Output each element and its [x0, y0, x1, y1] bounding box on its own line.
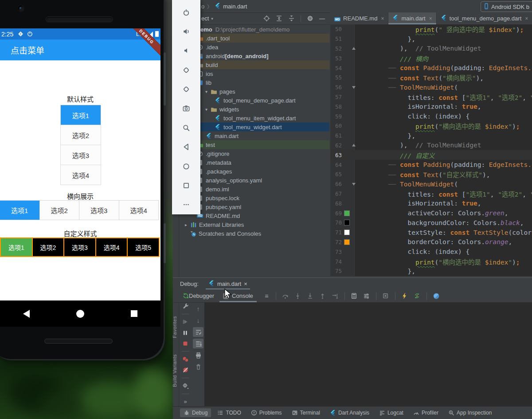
- tree-item[interactable]: lib: [179, 78, 329, 87]
- softwrap-button[interactable]: [193, 327, 203, 337]
- stepinto-button[interactable]: [293, 291, 303, 301]
- code-line[interactable]: 71 textStyle: const TextStyle(color: C: [330, 228, 532, 237]
- hotrestart-button[interactable]: [412, 291, 422, 301]
- tree-item[interactable]: MDREADME.md: [179, 211, 329, 220]
- line-number[interactable]: 70: [330, 219, 342, 226]
- tree-item[interactable]: build: [179, 60, 329, 69]
- menu-item-1[interactable]: 选项1: [0, 201, 40, 220]
- breadcrumb-file[interactable]: main.dart: [223, 3, 247, 10]
- overview-button[interactable]: [177, 176, 195, 195]
- line-number[interactable]: 58: [330, 103, 342, 110]
- scrollend-button[interactable]: [193, 339, 203, 348]
- line-number[interactable]: 50: [330, 26, 342, 32]
- line-number[interactable]: 74: [330, 258, 342, 265]
- code-line[interactable]: 53 /// 横向: [330, 53, 532, 63]
- camera-button[interactable]: [177, 99, 195, 118]
- fold-marker-icon[interactable]: [350, 144, 357, 146]
- fold-marker-icon[interactable]: [350, 86, 357, 89]
- collapseall-icon[interactable]: [276, 15, 282, 22]
- forcestep-button[interactable]: [305, 291, 316, 301]
- line-number[interactable]: 56: [330, 84, 342, 91]
- bolt-button[interactable]: [399, 291, 410, 301]
- close-icon[interactable]: ×: [429, 16, 432, 22]
- line-number[interactable]: 59: [330, 113, 342, 120]
- code-line[interactable]: 68 isHorizontal: true,: [330, 198, 532, 208]
- tree-item[interactable]: ▾pages: [179, 87, 329, 96]
- locate-icon[interactable]: [263, 15, 270, 22]
- line-number[interactable]: 73: [330, 249, 342, 255]
- tree-item[interactable]: analysis_options.yaml: [179, 176, 329, 185]
- devtools-button[interactable]: [431, 291, 442, 301]
- close-icon[interactable]: ×: [244, 281, 247, 287]
- code-line[interactable]: 66 ── ToolMenuWidget(: [330, 179, 532, 189]
- volume-down-button[interactable]: [177, 41, 195, 60]
- rotate-right-button[interactable]: [177, 79, 195, 99]
- wrench-button[interactable]: [180, 301, 191, 310]
- calc-button[interactable]: [349, 291, 360, 301]
- code-line[interactable]: 62 ), // ToolMenuWidget: [330, 141, 532, 150]
- line-number[interactable]: 68: [330, 200, 342, 207]
- code-line[interactable]: 59 click: (index) {: [330, 111, 532, 121]
- gear-icon[interactable]: [307, 15, 313, 22]
- line-number[interactable]: 51: [330, 36, 342, 42]
- line-number[interactable]: 57: [330, 94, 342, 100]
- tree-item[interactable]: tool_menu_item_widget.dart: [179, 114, 329, 123]
- filter-button[interactable]: [361, 291, 372, 301]
- line-number[interactable]: 72: [330, 239, 342, 245]
- pause-button[interactable]: [180, 328, 191, 337]
- line-number[interactable]: 54: [330, 65, 342, 71]
- tree-item[interactable]: tool_menu_demo_page.dart: [179, 96, 329, 105]
- toolwindow-button-app-inspection[interactable]: App Inspection: [445, 408, 495, 417]
- menu-item-2[interactable]: 选项2: [40, 201, 80, 220]
- line-number[interactable]: 75: [330, 268, 342, 274]
- line-number[interactable]: 69: [330, 210, 342, 217]
- line-number[interactable]: 52: [330, 45, 342, 52]
- tree-chevron-icon[interactable]: ▾: [205, 89, 210, 94]
- tree-chevron-icon[interactable]: ▾: [205, 107, 210, 112]
- code-line[interactable]: 58 isHorizontal: true,: [330, 102, 532, 111]
- home-button[interactable]: [177, 157, 195, 176]
- editor-tab[interactable]: main.dart×: [388, 12, 436, 24]
- console-output[interactable]: [204, 302, 532, 406]
- code-line[interactable]: 60 print("横向选中的是 $index");: [330, 121, 532, 131]
- menu-item-1[interactable]: 选项1: [61, 105, 101, 125]
- toolwindow-button-todo[interactable]: TODO: [214, 408, 244, 417]
- device-selector[interactable]: Android SDK b: [481, 1, 532, 12]
- code-line[interactable]: 56 ── ToolMenuWidget(: [330, 83, 532, 92]
- restore-button[interactable]: [380, 291, 391, 301]
- breakpoints-button[interactable]: [180, 355, 191, 364]
- printer-button[interactable]: [193, 350, 203, 360]
- tree-item[interactable]: pubspec.yaml: [179, 202, 329, 211]
- tree-item[interactable]: Scratches and Consoles: [179, 229, 329, 238]
- code-line[interactable]: 63 /// 自定义: [330, 150, 532, 160]
- line-number[interactable]: 65: [330, 171, 342, 178]
- tree-item[interactable]: .metadata: [179, 158, 329, 167]
- code-line[interactable]: 55 ── const Text("横向展示"),: [330, 73, 532, 83]
- toolwindow-button-dart-analysis[interactable]: Dart Analysis: [326, 408, 373, 417]
- menu-item-3[interactable]: 选项3: [63, 237, 96, 257]
- code-line[interactable]: 65 ── const Text("自定义样式"),: [330, 170, 532, 179]
- tree-item[interactable]: test: [179, 140, 329, 149]
- tree-item[interactable]: ▸External Libraries: [179, 220, 329, 229]
- code-line[interactable]: 57 titles: const ["选项1", "选项2", "选项3", "…: [330, 92, 532, 102]
- tree-item[interactable]: ▾widgets: [179, 105, 329, 114]
- code-editor[interactable]: 50 print(" 竖向选中的是 $index");51 },52 ), //…: [330, 24, 532, 276]
- code-line[interactable]: 74 print("横向选中的是 $index");: [330, 257, 532, 266]
- fold-marker-icon[interactable]: [350, 183, 357, 186]
- code-line[interactable]: 72 borderColor: Colors.orange,: [330, 237, 532, 247]
- code-line[interactable]: 54 ── const Padding(padding: EdgeInsets.…: [330, 63, 532, 73]
- menu-item-5[interactable]: 选项5: [127, 237, 160, 257]
- tree-item[interactable]: demoD:\project\flutter_demo\demo: [179, 25, 329, 34]
- expandall-icon[interactable]: [288, 15, 295, 22]
- menu-item-4[interactable]: 选项4: [95, 237, 128, 257]
- stepout-button[interactable]: [317, 291, 328, 301]
- line-number[interactable]: 62: [330, 142, 342, 149]
- menu-item-3[interactable]: 选项3: [79, 201, 119, 220]
- more-chev-button[interactable]: »: [180, 397, 191, 406]
- editor-tab[interactable]: MDREADME.md×: [330, 12, 388, 24]
- toolwindow-button-debug[interactable]: Debug: [180, 408, 211, 417]
- trash-button[interactable]: [193, 362, 203, 372]
- tree-item[interactable]: main.dart: [179, 131, 329, 140]
- mute-button[interactable]: [180, 366, 191, 375]
- rotate-left-button[interactable]: [177, 60, 195, 79]
